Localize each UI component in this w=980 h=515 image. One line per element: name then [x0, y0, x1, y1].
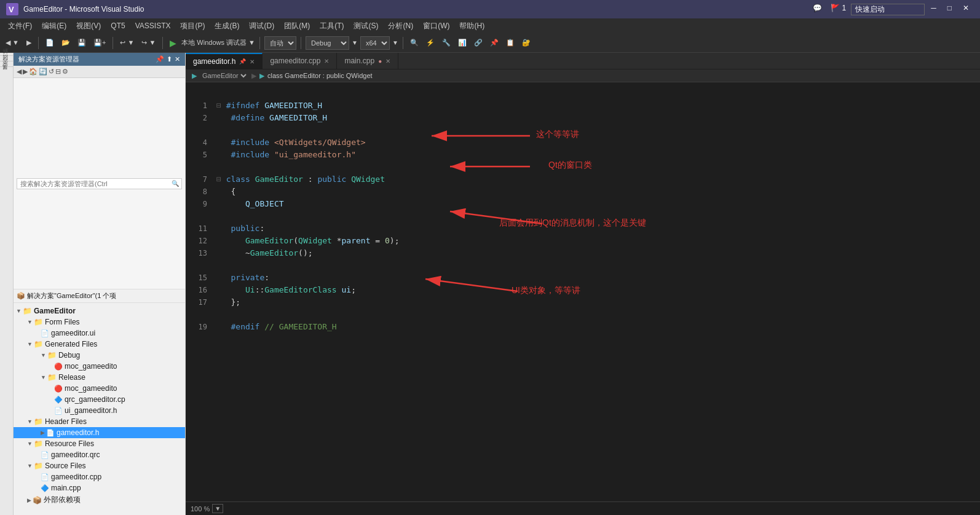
open-btn[interactable]: 📂: [59, 37, 73, 48]
tab-gameeditorcpp[interactable]: gameeditor.cpp ✕: [263, 53, 337, 69]
tree-item-formfiles[interactable]: ▼ 📁 Form Files: [14, 316, 185, 328]
debug-target-label: 本地 Windows 调试器 ▼: [181, 38, 255, 47]
tree-item-debug-folder[interactable]: ▼ 📁 Debug: [14, 350, 185, 361]
expand-icon-src: ▼: [27, 463, 33, 469]
tab-gameeditorh[interactable]: gameeditor.h 📌 ✕: [186, 53, 263, 69]
code-line-18: [186, 309, 980, 321]
menu-debug[interactable]: 调试(D): [244, 20, 279, 33]
tree-item-gameeditorqrc[interactable]: 📄 gameeditor.qrc: [14, 449, 185, 460]
file-icon-gameeditorqrc: 📄: [41, 451, 49, 459]
activity-class-view[interactable]: 类: [0, 66, 13, 72]
tree-item-gameeditorh[interactable]: ▶ 📄 gameeditor.h: [14, 427, 185, 438]
menu-build[interactable]: 生成(B): [210, 20, 244, 33]
tree-item-maincpp[interactable]: 🔷 main.cpp: [14, 482, 185, 493]
expand-icon-gameeditorh: ▶: [41, 430, 45, 436]
file-icon-cpp: 📄: [41, 473, 49, 481]
tree-item-moc-debug[interactable]: 🔴 moc_gameedito: [14, 361, 185, 372]
toolbar-btn-7[interactable]: 📋: [504, 37, 517, 48]
tree-item-moc-release[interactable]: 🔴 moc_gameedito: [14, 383, 185, 394]
tree-label-gameeditorh: gameeditor.h: [57, 428, 99, 437]
breadcrumb-class: class GameEditor : public QWidget: [267, 72, 373, 79]
menu-analyze[interactable]: 分析(N): [383, 20, 418, 33]
tree-item-external[interactable]: ▶ 📦 外部依赖项: [14, 493, 185, 506]
tree-item-qrc[interactable]: 🔷 qrc_gameeditor.cp: [14, 394, 185, 405]
fast-access-label[interactable]: 快速启动: [851, 4, 925, 15]
forward-button[interactable]: ▶: [24, 37, 34, 48]
tree-item-resourcefiles[interactable]: ▼ 📁 Resource Files: [14, 438, 185, 449]
activity-props[interactable]: 属: [0, 72, 13, 77]
code-editor[interactable]: 1 ⊟ #ifndef GAMEEDITOR_H 2 #define GAMEE…: [186, 82, 980, 501]
file-icon-moc-debug: 🔴: [54, 363, 63, 371]
menu-edit[interactable]: 编辑(E): [37, 20, 71, 33]
toolbar-btn-1[interactable]: 🔍: [408, 37, 421, 48]
expand-icon-debug: ▼: [41, 352, 46, 358]
play-button[interactable]: ▶: [167, 37, 179, 49]
tree-label-qrc: qrc_gameeditor.cp: [65, 395, 125, 404]
menu-help[interactable]: 帮助(H): [454, 20, 489, 33]
activity-team-explorer[interactable]: 团: [0, 61, 13, 66]
se-search-input[interactable]: [17, 178, 182, 189]
tree-item-sourcefiles[interactable]: ▼ 📁 Source Files: [14, 460, 185, 471]
tab-label-gameeditorcpp: gameeditor.cpp: [270, 57, 320, 65]
tab-close-gameeditorcpp[interactable]: ✕: [324, 58, 329, 65]
tree-item-release-folder[interactable]: ▼ 📁 Release: [14, 372, 185, 383]
tree-item-headerfiles[interactable]: ▼ 📁 Header Files: [14, 416, 185, 427]
se-title: 解决方案资源管理器: [18, 55, 79, 64]
menu-team[interactable]: 团队(M): [279, 20, 315, 33]
toolbar-btn-4[interactable]: 📊: [456, 37, 469, 48]
toolbar-btn-3[interactable]: 🔧: [440, 37, 453, 48]
tree-item-generatedfiles[interactable]: ▼ 📁 Generated Files: [14, 339, 185, 350]
build-config-dropdown[interactable]: Debug Release: [306, 36, 349, 50]
tree-item-gameeditorui[interactable]: 📄 gameeditor.ui: [14, 328, 185, 339]
activity-solution-explorer[interactable]: 解: [0, 55, 13, 61]
toolbar-btn-5[interactable]: 🔗: [472, 37, 485, 48]
redo-btn[interactable]: ↪ ▼: [139, 37, 158, 48]
se-back-btn[interactable]: ◀: [17, 68, 22, 76]
menu-file[interactable]: 文件(F): [3, 20, 37, 33]
se-filter-btn[interactable]: ⊟: [55, 68, 61, 76]
toolbar-btn-8[interactable]: 🔐: [520, 37, 533, 48]
config-dropdown[interactable]: 自动: [264, 36, 296, 50]
toolbar-btn-6[interactable]: 📌: [488, 37, 501, 48]
tab-close-gameeditorh[interactable]: ✕: [250, 58, 255, 65]
menu-vassistx[interactable]: VASSISTX: [130, 20, 176, 31]
close-btn[interactable]: ✕: [958, 4, 974, 15]
breadcrumb-scope-dropdown[interactable]: GameEditor: [200, 71, 248, 80]
menu-test[interactable]: 测试(S): [349, 20, 383, 33]
back-button[interactable]: ◀ ▼: [3, 37, 22, 48]
tab-label-maincpp: main.cpp: [344, 57, 374, 65]
toolbar-btn-2[interactable]: ⚡: [424, 37, 437, 48]
menu-view[interactable]: 视图(V): [71, 20, 106, 33]
tab-maincpp[interactable]: main.cpp ● ✕: [337, 53, 398, 69]
minimize-btn[interactable]: ─: [926, 4, 941, 15]
undo-btn[interactable]: ↩ ▼: [117, 37, 136, 48]
zoom-dropdown-btn[interactable]: ▼: [212, 504, 223, 513]
se-fwd-btn[interactable]: ▶: [23, 68, 28, 76]
separator2: [113, 37, 113, 49]
se-settings-btn[interactable]: ⚙: [62, 68, 68, 76]
flag-icon[interactable]: 🚩 1: [827, 4, 850, 15]
tab-close-maincpp[interactable]: ✕: [385, 58, 390, 65]
tree-label-uih: ui_gameeditor.h: [65, 406, 117, 415]
tree-item-uih[interactable]: 📄 ui_gameeditor.h: [14, 405, 185, 416]
menu-window[interactable]: 窗口(W): [418, 20, 454, 33]
se-float-btn[interactable]: ⬆: [167, 55, 172, 63]
se-home-btn[interactable]: 🏠: [29, 68, 38, 76]
se-refresh-btn[interactable]: ↺: [49, 68, 54, 76]
se-close-btn[interactable]: ✕: [175, 55, 180, 63]
maximize-btn[interactable]: □: [942, 4, 957, 15]
project-icon: 📁: [23, 307, 32, 315]
save-btn[interactable]: 💾: [75, 37, 89, 48]
menu-qt5[interactable]: QT5: [106, 20, 130, 31]
menu-project[interactable]: 项目(P): [175, 20, 210, 33]
save-all-btn[interactable]: 💾+: [91, 37, 108, 48]
tree-item-gameeditor[interactable]: ▼ 📁 GameEditor: [14, 305, 185, 316]
platform-dropdown[interactable]: x64 x86: [360, 36, 390, 50]
new-project-btn[interactable]: 📄: [43, 37, 57, 48]
tree-item-gameeditorcpp[interactable]: 📄 gameeditor.cpp: [14, 471, 185, 482]
notification-icon[interactable]: 💬: [809, 4, 826, 15]
se-sync-btn[interactable]: 🔄: [39, 68, 47, 76]
menu-tools[interactable]: 工具(T): [315, 20, 349, 33]
expand-icon-release: ▼: [41, 374, 46, 380]
se-pin-btn[interactable]: 📌: [156, 55, 164, 63]
